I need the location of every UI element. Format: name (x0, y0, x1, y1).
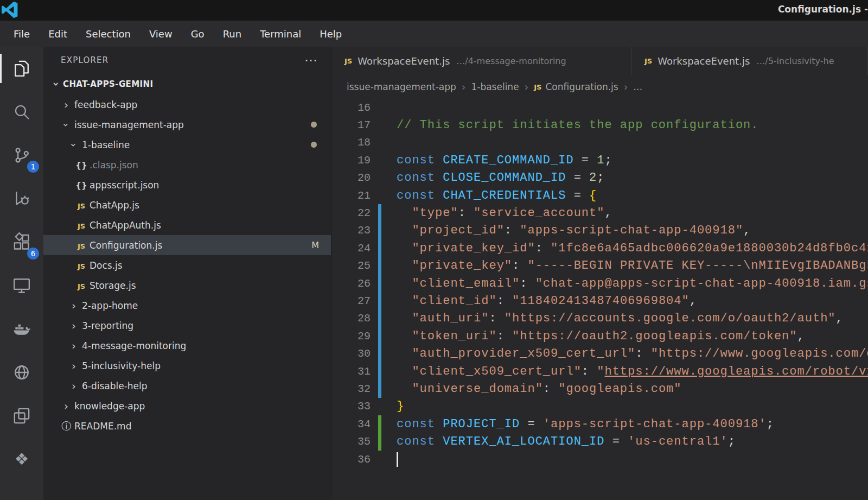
breadcrumb-item-1-baseline[interactable]: 1-baseline (471, 81, 519, 92)
tree-item-issue-management-app[interactable]: ›issue-management-app (43, 115, 331, 135)
remote-explorer-icon (12, 276, 31, 295)
tree-item-feedback-app[interactable]: ›feedback-app (43, 94, 331, 115)
tree-item-2-app-home[interactable]: ›2-app-home (43, 295, 331, 315)
js-file-icon: JS (534, 83, 541, 91)
code-line: 31 "client_x509_cert_url": "https://www.… (331, 363, 868, 380)
tree-item-1-baseline[interactable]: ›1-baseline (43, 135, 331, 155)
line-number: 35 (331, 435, 378, 448)
gutter-modified-indicator (378, 204, 381, 221)
gutter-spacer (378, 398, 381, 415)
file-label: Configuration.js (90, 240, 162, 251)
activity-item-search[interactable] (0, 90, 43, 134)
folder-label: feedback-app (74, 99, 137, 110)
globe-icon (12, 363, 31, 382)
tree-item-chatapp-js[interactable]: JSChatApp.js (43, 195, 331, 215)
tree-item-configuration-js[interactable]: JSConfiguration.jsM (43, 235, 331, 255)
menu-item-file[interactable]: File (4, 28, 39, 40)
line-number: 24 (331, 242, 378, 255)
tree-item-5-inclusivity-help[interactable]: ›5-inclusivity-help (43, 356, 331, 376)
code-text: "universe_domain": "googleapis.com" (397, 382, 681, 396)
window-title: Configuration.js - (778, 4, 868, 15)
tree-item-6-disable-help[interactable]: ›6-disable-help (43, 376, 331, 396)
activity-item-extensions[interactable]: 6 (0, 220, 43, 264)
gutter-modified-indicator (378, 239, 381, 257)
breadcrumb-item-configuration-js[interactable]: JSConfiguration.js (534, 81, 618, 92)
chevron-right-icon: › (67, 320, 80, 331)
code-line: 21const CHAT_CREDENTIALS = { (331, 187, 868, 204)
chevron-right-icon: › (67, 360, 80, 371)
file-label: Docs.js (90, 260, 123, 271)
code-text: "token_uri": "https://oauth2.googleapis.… (397, 330, 805, 343)
chevron-down-icon: › (68, 138, 79, 151)
explorer-sidebar: EXPLORER ⋯ › CHAT-APPS-GEMINI ›feedback-… (43, 47, 331, 500)
tree-item-chatappauth-js[interactable]: JSChatAppAuth.js (43, 215, 331, 235)
activity-item-diamond-sparkle[interactable]: ❖ (0, 438, 43, 481)
code-text: "client_id": "118402413487406969804", (397, 294, 697, 308)
line-number: 17 (331, 119, 378, 131)
folder-label: 4-message-monitoring (82, 340, 186, 351)
tree-item-docs-js[interactable]: JSDocs.js (43, 255, 331, 275)
folder-label: 5-inclusivity-help (82, 360, 161, 371)
folder-label: 6-disable-help (82, 381, 148, 391)
menu-item-run[interactable]: Run (214, 28, 251, 40)
tree-item-4-message-monitoring[interactable]: ›4-message-monitoring (43, 336, 331, 356)
js-file-icon: JS (644, 57, 652, 65)
explorer-icon (12, 59, 31, 78)
menu-item-help[interactable]: Help (310, 28, 351, 40)
line-number: 32 (331, 383, 378, 395)
js-file-icon: JS (75, 220, 88, 231)
tree-item-knowledge-app[interactable]: ›knowledge-app (43, 396, 331, 416)
folder-label: 2-app-home (82, 300, 138, 311)
code-line: 23 "project_id": "apps-script-chat-app-4… (331, 222, 868, 239)
workspace-section-header[interactable]: › CHAT-APPS-GEMINI (43, 74, 331, 94)
activity-item-windows[interactable] (0, 394, 43, 438)
extensions-badge: 6 (27, 248, 39, 260)
tree-item--clasp-json[interactable]: {}.clasp.json (43, 155, 331, 175)
code-line: 22 "type": "service_account", (331, 204, 868, 221)
gutter-modified-indicator (378, 345, 381, 362)
gutter-modified-indicator (378, 310, 381, 327)
sidebar-title: EXPLORER (61, 55, 108, 65)
code-line: 16 (331, 99, 868, 116)
breadcrumb-item-issue-management-app[interactable]: issue-management-app (347, 81, 456, 92)
gutter-added-indicator (378, 415, 381, 433)
code-editor[interactable]: 1617// This script initiates the app con… (331, 99, 868, 468)
file-label: .clasp.json (90, 160, 138, 170)
editor-tab-1[interactable]: JSWorkspaceEvent.js…/4-message-monitorin… (331, 47, 631, 75)
line-number: 25 (331, 260, 378, 272)
more-actions-icon[interactable]: ⋯ (304, 58, 318, 63)
tree-item-appsscript-json[interactable]: {}appsscript.json (43, 175, 331, 195)
gutter-modified-indicator (378, 257, 381, 275)
gutter-spacer (378, 169, 381, 187)
activity-item-docker[interactable] (0, 307, 43, 351)
code-text: const CHAT_CREDENTIALS = { (397, 189, 597, 202)
js-file-icon: JS (75, 200, 88, 211)
menu-item-view[interactable]: View (140, 28, 182, 40)
breadcrumb-separator-icon: › (525, 81, 529, 93)
menu-item-go[interactable]: Go (182, 28, 214, 40)
activity-item-remote-explorer[interactable] (0, 264, 43, 307)
chevron-right-icon: › (67, 381, 80, 391)
vscode-workbench: { "window": { "title": "Configuration.js… (0, 0, 868, 500)
menu-item-edit[interactable]: Edit (39, 28, 76, 40)
line-number: 30 (331, 347, 378, 360)
code-text: const VERTEX_AI_LOCATION_ID = 'us-centra… (397, 435, 736, 448)
breadcrumb-item--[interactable]: … (633, 81, 642, 92)
tree-item-3-reporting[interactable]: ›3-reporting (43, 315, 331, 336)
menu-item-terminal[interactable]: Terminal (251, 28, 310, 40)
tree-item-readme-md[interactable]: ⓘREADME.md (43, 416, 331, 436)
activity-item-explorer[interactable] (0, 47, 43, 90)
code-text: const PROJECT_ID = 'apps-script-chat-app… (397, 417, 774, 431)
js-file-icon: JS (75, 260, 88, 271)
folder-label: issue-management-app (74, 119, 184, 130)
tree-item-storage-js[interactable]: JSStorage.js (43, 275, 331, 295)
activity-item-run-debug[interactable] (0, 177, 43, 220)
activity-item-globe[interactable] (0, 351, 43, 394)
tab-bar: JSWorkspaceEvent.js…/4-message-monitorin… (331, 47, 868, 75)
editor-tab-2[interactable]: JSWorkspaceEvent.js…/5-inclusivity-he (631, 47, 868, 75)
activity-item-source-control[interactable]: 1 (0, 134, 43, 177)
search-icon (12, 102, 31, 122)
line-number: 21 (331, 189, 378, 202)
menu-item-selection[interactable]: Selection (76, 28, 140, 40)
code-text (397, 452, 398, 467)
